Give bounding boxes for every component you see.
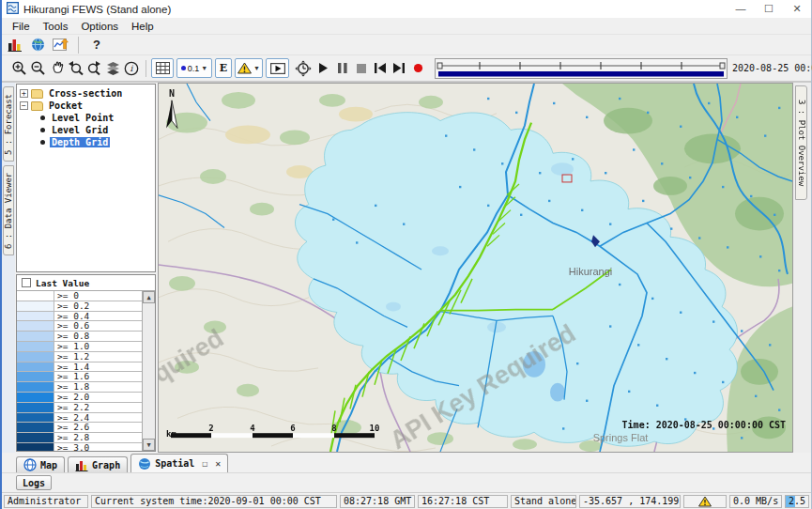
animation-window-button[interactable] xyxy=(266,58,289,78)
classbreaks-dot-icon xyxy=(181,66,186,70)
timeseries-display-icon[interactable] xyxy=(51,35,69,55)
map-view[interactable]: ; xyxy=(158,83,793,453)
last-value-label: Last Value xyxy=(36,278,89,288)
status-download-rate: 0.0 MB/s xyxy=(729,495,782,508)
scroll-up-icon[interactable]: ▲ xyxy=(143,291,155,303)
folder-icon xyxy=(31,101,43,111)
warning-triangle-icon xyxy=(698,496,712,507)
tree-item-cross-section[interactable]: + Cross-section xyxy=(20,87,155,100)
svg-text:10: 10 xyxy=(370,424,380,433)
status-memory: 2.5 GB xyxy=(785,495,809,508)
bullet-icon xyxy=(40,116,45,120)
time-control-icon[interactable] xyxy=(292,58,314,79)
tab-spatial[interactable]: Spatial ☐ ✕ xyxy=(130,454,228,472)
graph-bars-icon xyxy=(75,459,88,471)
status-system-time: Current system time:2020-09-01 00:00 CST xyxy=(91,495,337,508)
tree-item-depth-grid[interactable]: Depth Grid xyxy=(20,136,155,148)
skip-to-start-button[interactable] xyxy=(371,58,390,79)
skip-to-end-button[interactable] xyxy=(390,58,408,79)
place-label-hikurangi: Hikurangi xyxy=(569,266,612,277)
tree-item-level-point[interactable]: Level Point xyxy=(20,112,155,124)
status-gmt-time: 08:27:18 GMT xyxy=(340,495,415,508)
classbreaks-dropdown[interactable]: 0.1 ▼ xyxy=(176,58,212,78)
legend-panel: Last Value >= 0 >= 0.2 >= 0.4 >= 0.6 >= … xyxy=(16,274,156,452)
warning-triangle-icon xyxy=(237,62,252,74)
explorer-chart-icon[interactable] xyxy=(6,35,24,55)
minimize-button[interactable]: — xyxy=(727,0,755,18)
svg-text:4: 4 xyxy=(250,424,254,433)
layers-icon[interactable] xyxy=(103,58,122,79)
svg-text:8: 8 xyxy=(331,424,336,433)
menu-options[interactable]: Options xyxy=(74,21,125,32)
expand-icon[interactable]: + xyxy=(20,89,28,98)
legend-rows: >= 0 >= 0.2 >= 0.4 >= 0.6 >= 0.8 >= 1.0 … xyxy=(17,291,142,451)
folder-icon xyxy=(31,89,43,99)
status-mode: Stand alone xyxy=(511,495,576,508)
tab-maximize-icon[interactable]: ☐ xyxy=(202,458,207,469)
pan-hand-icon[interactable] xyxy=(47,58,66,79)
tab-data-viewer[interactable]: 6 : Data Viewer xyxy=(3,165,14,255)
toolbar-separator xyxy=(78,37,79,54)
help-button[interactable]: ? xyxy=(87,35,106,55)
fews-logo-icon xyxy=(7,2,19,16)
left-panel: + Cross-section − Pocket Level Point Lev… xyxy=(15,83,158,453)
warnings-dropdown[interactable]: ▼ xyxy=(235,58,263,78)
chevron-down-icon: ▼ xyxy=(253,65,260,71)
legend-row[interactable]: >= 3.0 xyxy=(17,443,142,451)
legend-row[interactable]: >= 1.2 xyxy=(17,352,142,362)
stop-button[interactable] xyxy=(352,58,371,79)
chevron-down-icon: ▼ xyxy=(201,65,207,71)
zoom-previous-icon[interactable] xyxy=(66,58,84,79)
tree-item-level-grid[interactable]: Level Grid xyxy=(20,124,155,136)
zoom-out-icon[interactable] xyxy=(28,58,47,79)
menu-tools[interactable]: Tools xyxy=(37,21,75,32)
collapse-icon[interactable]: − xyxy=(20,101,28,110)
legend-toggle-button[interactable]: E xyxy=(215,58,232,78)
bullet-icon xyxy=(40,128,45,132)
tab-forecast[interactable]: 5 : Forecast xyxy=(3,86,14,162)
pause-button[interactable] xyxy=(333,58,352,79)
tab-plot-overview[interactable]: 3 : Plot Overview xyxy=(795,85,807,200)
info-icon[interactable]: i xyxy=(122,58,141,79)
title-bar: Hikurangi FEWS (Stand alone) — ☐ ✕ xyxy=(2,0,811,18)
tree-item-pocket[interactable]: − Pocket xyxy=(20,100,155,112)
status-local-time: 16:27:18 CST xyxy=(418,495,508,508)
legend-row[interactable]: >= 2.2 xyxy=(17,403,142,413)
bullet-icon xyxy=(40,140,45,145)
zoom-in-icon[interactable] xyxy=(9,58,28,79)
tab-map[interactable]: Map xyxy=(16,456,65,472)
bottom-tab-bar: Map Graph Spatial ☐ ✕ xyxy=(2,453,811,472)
main-toolbar: ? xyxy=(2,35,811,55)
svg-text:2: 2 xyxy=(208,424,213,433)
play-button[interactable] xyxy=(314,58,333,79)
toolbar-separator xyxy=(146,60,146,77)
map-toolbar: i 0.1 ▼ E ▼ xyxy=(2,55,811,83)
menu-file[interactable]: File xyxy=(6,21,37,32)
menu-help[interactable]: Help xyxy=(125,21,161,32)
last-value-checkbox[interactable] xyxy=(22,278,31,287)
record-button[interactable] xyxy=(408,58,427,79)
maximize-button[interactable]: ☐ xyxy=(755,0,783,18)
legend-row[interactable]: >= 0.2 xyxy=(17,301,142,312)
logs-row: Logs xyxy=(2,472,811,492)
right-tab-strip: 3 : Plot Overview xyxy=(793,83,811,453)
logs-button[interactable]: Logs xyxy=(16,475,52,490)
timeline-datetime: 2020-08-25 00:00:00 CST xyxy=(732,63,812,73)
svg-text:6: 6 xyxy=(290,424,295,433)
status-bar: Administrator Current system time:2020-0… xyxy=(2,492,811,509)
zoom-next-icon[interactable] xyxy=(84,58,103,79)
map-globe-icon xyxy=(23,458,37,471)
timeline-slider[interactable] xyxy=(435,58,728,79)
tab-graph[interactable]: Graph xyxy=(68,456,128,472)
scroll-down-icon[interactable]: ▼ xyxy=(143,439,155,451)
status-coordinates: -35.657 , 174.199 xyxy=(579,495,681,508)
legend-scrollbar[interactable]: ▲ ▼ xyxy=(142,291,155,451)
globe-icon[interactable] xyxy=(28,35,47,55)
svg-text:i: i xyxy=(130,64,134,73)
place-label-springs-flat: Springs Flat xyxy=(593,432,649,443)
grid-display-button[interactable] xyxy=(151,58,174,78)
classbreaks-value: 0.1 xyxy=(188,64,200,73)
tab-close-icon[interactable]: ✕ xyxy=(215,458,221,469)
status-warning-cell[interactable] xyxy=(683,495,727,508)
close-button[interactable]: ✕ xyxy=(783,0,811,18)
